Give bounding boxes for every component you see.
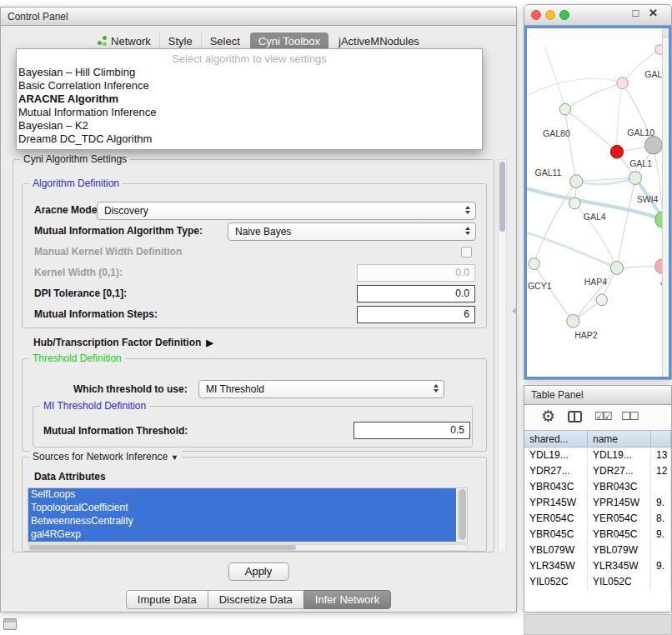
network-edge[interactable]: [565, 109, 617, 152]
network-edge[interactable]: [617, 178, 635, 268]
algorithm-option-mutual-information-inference[interactable]: Mutual Information Inference: [17, 106, 482, 119]
splitter-handle-icon[interactable]: [512, 307, 517, 315]
tab-cyni-toolbox[interactable]: Cyni Toolbox: [250, 32, 328, 50]
network-canvas-container[interactable]: GAL80GAL10GAL7GAL11GAL1SWI4GAL4GCY1HAP4H…: [524, 26, 671, 379]
select-all-checkboxes-icon[interactable]: ☑☑: [594, 410, 610, 422]
scrollbar-button[interactable]: [663, 28, 669, 38]
network-canvas[interactable]: GAL80GAL10GAL7GAL11GAL1SWI4GAL4GCY1HAP4H…: [527, 28, 669, 377]
mi-type-select[interactable]: Naive Bayes: [228, 222, 476, 241]
network-node[interactable]: [569, 198, 580, 209]
network-node[interactable]: [567, 314, 579, 328]
close-button[interactable]: ✕: [647, 7, 659, 19]
table-header: shared...name: [524, 430, 671, 448]
bottom-tab-discretize-data[interactable]: Discretize Data: [208, 590, 304, 609]
table-row[interactable]: YDR27...YDR27...12: [524, 463, 671, 479]
which-threshold-select[interactable]: MI Threshold: [198, 380, 444, 398]
table-row[interactable]: YER054CYER054C8.: [524, 511, 671, 527]
table-panel-title: Table Panel: [531, 389, 584, 401]
gear-icon[interactable]: ⚙: [541, 407, 555, 426]
network-node[interactable]: [559, 103, 570, 115]
minimize-traffic-icon[interactable]: [545, 10, 555, 20]
threshold-definition-group: Threshold Definition Which threshold to …: [22, 358, 487, 452]
node-label: HAP2: [574, 330, 597, 340]
table-row[interactable]: YBL079WYBL079W: [524, 542, 671, 558]
table-row[interactable]: YLR345WYLR345W9.: [524, 558, 671, 574]
column-header[interactable]: shared...: [524, 431, 588, 447]
network-edge[interactable]: [544, 47, 565, 110]
mi-threshold-group: MI Threshold Definition Mutual Informati…: [33, 406, 473, 448]
attribute-item[interactable]: BetweennessCentrality: [28, 515, 456, 528]
table-row[interactable]: YIL052CYIL052C: [524, 574, 671, 590]
aracne-mode-select[interactable]: Discovery: [97, 202, 476, 220]
network-node[interactable]: [610, 262, 623, 275]
network-edge[interactable]: [527, 232, 617, 268]
table-panel-titlebar[interactable]: Table Panel: [524, 386, 671, 405]
attributes-vertical-scrollbar[interactable]: [457, 488, 467, 542]
hub-tf-definition-toggle[interactable]: Hub/Transcription Factor Definition: [33, 337, 213, 348]
table-row[interactable]: YPR145WYPR145W9.: [524, 495, 671, 511]
network-node[interactable]: [570, 175, 583, 188]
manual-kernel-label: Manual Kernel Width Definition: [34, 246, 182, 258]
table-panel-window: Table Panel ⚙ ☑☑ ☐☐ shared...name YDL19.…: [524, 385, 672, 612]
network-edge[interactable]: [565, 83, 623, 109]
clear-all-checkboxes-icon[interactable]: ☐☐: [621, 410, 637, 422]
network-edge[interactable]: [565, 109, 576, 181]
tab-jactivemnodules[interactable]: jActiveMNodules: [330, 32, 428, 50]
tab-select[interactable]: Select: [201, 32, 248, 50]
cyni-settings-group-title: Cyni Algorithm Settings: [20, 153, 130, 165]
algorithm-popup-list: Bayesian – Hill ClimbingBasic Correlatio…: [17, 66, 482, 146]
table-cell: YDL19...: [524, 448, 588, 463]
scrollbar-thumb[interactable]: [499, 162, 505, 232]
table-row[interactable]: YDL19...YDL19...13: [524, 448, 671, 463]
network-edge[interactable]: [534, 264, 574, 322]
bottom-tab-infer-network[interactable]: Infer Network: [303, 590, 391, 609]
apply-button[interactable]: Apply: [228, 562, 289, 581]
maximize-button[interactable]: □: [629, 7, 642, 19]
network-node[interactable]: [617, 78, 628, 89]
network-edge[interactable]: [617, 83, 623, 152]
table-row[interactable]: YBR043CYBR043C: [524, 479, 671, 495]
attributes-horizontal-scrollbar[interactable]: [28, 544, 468, 551]
algorithm-option-bayesian-k2[interactable]: Bayesian – K2: [17, 119, 482, 132]
tab-network[interactable]: Network: [89, 32, 159, 50]
attribute-item[interactable]: TopologicalCoefficient: [28, 502, 456, 515]
network-vertical-scrollbar[interactable]: [662, 28, 669, 377]
algorithm-option-basic-correlation-inference[interactable]: Basic Correlation Inference: [17, 79, 482, 92]
settings-vertical-scrollbar[interactable]: [498, 159, 507, 552]
data-attributes-listbox[interactable]: SelfLoopsTopologicalCoefficientBetweenne…: [28, 488, 468, 543]
table-row[interactable]: YBR045CYBR045C9.: [524, 527, 671, 542]
control-panel-titlebar[interactable]: Control Panel: [1, 8, 516, 26]
network-node[interactable]: [629, 172, 641, 185]
manual-kernel-checkbox[interactable]: [461, 247, 472, 258]
dpi-tolerance-field[interactable]: 0.0: [357, 285, 475, 302]
algorithm-option-aracne-algorithm[interactable]: ARACNE Algorithm: [17, 92, 482, 106]
hub-tf-definition-label: Hub/Transcription Factor Definition: [33, 337, 201, 348]
close-traffic-icon[interactable]: [531, 10, 541, 20]
column-header[interactable]: [651, 431, 671, 447]
algorithm-option-bayesian-hill-climbing[interactable]: Bayesian – Hill Climbing: [17, 66, 482, 79]
network-window-titlebar[interactable]: □ ✕: [524, 5, 671, 26]
node-label: GAL10: [627, 127, 654, 137]
zoom-traffic-icon[interactable]: [559, 10, 569, 20]
algorithm-option-dream8-dc-tdc-algorithm[interactable]: Dream8 DC_TDC Algorithm: [17, 132, 482, 146]
mi-threshold-field[interactable]: 0.5: [354, 422, 470, 439]
sources-group-title[interactable]: Sources for Network Inference: [29, 451, 182, 462]
scrollbar-thumb[interactable]: [459, 489, 466, 540]
threshold-definition-title: Threshold Definition: [29, 352, 125, 364]
mi-steps-field[interactable]: 6: [357, 306, 475, 323]
attribute-item[interactable]: gal4RGexp: [28, 528, 456, 542]
table-cell: YDL19...: [588, 448, 651, 463]
bottom-tab-impute-data[interactable]: Impute Data: [126, 590, 208, 609]
network-edge[interactable]: [527, 78, 623, 95]
collapsed-panel-icon[interactable]: [3, 618, 17, 630]
attribute-item[interactable]: SelfLoops: [28, 488, 456, 502]
network-node[interactable]: [596, 294, 607, 306]
network-node[interactable]: [644, 137, 662, 155]
columns-icon[interactable]: [568, 411, 582, 422]
network-node[interactable]: [610, 145, 623, 158]
network-node[interactable]: [529, 258, 539, 270]
scrollbar-thumb[interactable]: [29, 545, 296, 550]
column-header[interactable]: name: [588, 431, 651, 447]
tab-style[interactable]: Style: [159, 32, 201, 50]
table-cell: YBR043C: [588, 479, 651, 495]
